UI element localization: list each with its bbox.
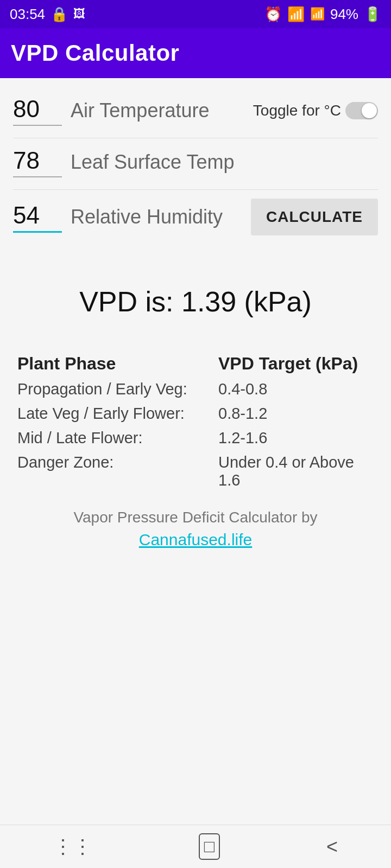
time-display: 03:54 xyxy=(10,6,45,23)
battery-text: 94% xyxy=(330,6,358,23)
ref-col1-header: Plant Phase xyxy=(17,354,218,374)
ref-row-3: Danger Zone: Under 0.4 or Above 1.6 xyxy=(17,450,374,493)
air-temp-row: Air Temperature Toggle for °C xyxy=(13,89,378,132)
footer-text: Vapor Pressure Deficit Calculator by xyxy=(13,509,378,526)
ref-row-0: Propagation / Early Veg: 0.4-0.8 xyxy=(17,377,374,401)
leaf-temp-row: Leaf Surface Temp xyxy=(13,141,378,184)
nav-back-icon[interactable]: < xyxy=(326,835,338,858)
image-icon: 🖼 xyxy=(73,7,85,21)
leaf-temp-label: Leaf Surface Temp xyxy=(71,151,378,174)
toggle-label: Toggle for °C xyxy=(253,102,341,119)
ref-target-1: 0.8-1.2 xyxy=(218,405,374,423)
signal-icon: 📶 xyxy=(310,7,325,21)
toggle-knob xyxy=(362,103,377,118)
ref-row-1: Late Veg / Early Flower: 0.8-1.2 xyxy=(17,401,374,426)
nav-menu-icon[interactable]: ⋮⋮ xyxy=(53,835,92,858)
celsius-toggle[interactable] xyxy=(345,102,378,119)
calculate-button[interactable]: CALCULATE xyxy=(251,199,378,235)
lock-icon: 🔒 xyxy=(51,6,68,23)
ref-table-header: Plant Phase VPD Target (kPa) xyxy=(17,350,374,377)
ref-row-2: Mid / Late Flower: 1.2-1.6 xyxy=(17,426,374,450)
alarm-icon: ⏰ xyxy=(264,6,282,23)
ref-target-0: 0.4-0.8 xyxy=(218,380,374,398)
humidity-row: Relative Humidity CALCULATE xyxy=(13,192,378,242)
footer: Vapor Pressure Deficit Calculator by Can… xyxy=(13,509,378,560)
ref-phase-2: Mid / Late Flower: xyxy=(17,429,218,447)
ref-col2-header: VPD Target (kPa) xyxy=(218,354,374,374)
reference-table: Plant Phase VPD Target (kPa) Propagation… xyxy=(13,350,378,493)
air-temp-input[interactable] xyxy=(13,95,62,126)
status-left: 03:54 🔒 🖼 xyxy=(10,6,85,23)
celsius-toggle-container: Toggle for °C xyxy=(253,102,378,119)
nav-bar: ⋮⋮ □ < xyxy=(0,825,391,868)
main-content: Air Temperature Toggle for °C Leaf Surfa… xyxy=(0,78,391,825)
humidity-label: Relative Humidity xyxy=(71,206,242,228)
divider-2 xyxy=(13,189,378,190)
ref-target-3: Under 0.4 or Above 1.6 xyxy=(218,454,374,489)
leaf-temp-input[interactable] xyxy=(13,147,62,177)
status-right: ⏰ 📶 📶 94% 🔋 xyxy=(264,6,381,23)
humidity-input[interactable] xyxy=(13,202,62,233)
battery-icon: 🔋 xyxy=(364,6,381,23)
ref-phase-3: Danger Zone: xyxy=(17,454,218,489)
wifi-icon: 📶 xyxy=(287,6,305,23)
app-title: VPD Calculator xyxy=(11,40,179,66)
vpd-result: VPD is: 1.39 (kPa) xyxy=(13,285,378,318)
ref-phase-0: Propagation / Early Veg: xyxy=(17,380,218,398)
nav-home-icon[interactable]: □ xyxy=(199,833,220,860)
divider-1 xyxy=(13,138,378,138)
air-temp-label: Air Temperature xyxy=(71,99,244,122)
status-bar: 03:54 🔒 🖼 ⏰ 📶 📶 94% 🔋 xyxy=(0,0,391,28)
ref-phase-1: Late Veg / Early Flower: xyxy=(17,405,218,423)
footer-link[interactable]: Cannafused.life xyxy=(139,531,252,548)
ref-target-2: 1.2-1.6 xyxy=(218,429,374,447)
app-header: VPD Calculator xyxy=(0,28,391,78)
